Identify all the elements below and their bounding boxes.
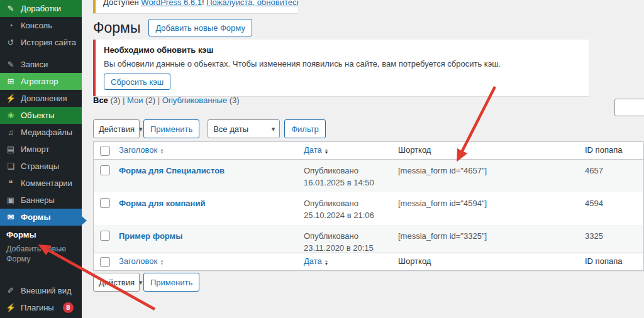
sidebar-item-plaginy[interactable]: ⚡ Плагины 8 — [0, 299, 82, 316]
row-status: Опубликовано — [304, 199, 358, 208]
current-menu-pointer — [82, 216, 87, 225]
table-row: Пример формы Опубликовано23.11.2020 в 20… — [94, 225, 643, 253]
sidebar-item-label: Плагины — [21, 303, 54, 312]
filter-separator: | — [123, 96, 125, 105]
form-title-link[interactable]: Форма для Специалистов — [119, 166, 225, 175]
sidebar-item-stranicy[interactable]: ❏ Страницы — [0, 158, 82, 175]
bulk-actions-select[interactable]: Действия ▾ — [93, 119, 140, 138]
sidebar-item-label: Объекты — [21, 111, 55, 120]
filter-mine-count: (2) — [145, 96, 155, 105]
row-status: Опубликовано — [304, 231, 358, 241]
database-icon: ▤ — [6, 145, 16, 154]
column-header-popup-id: ID попапа — [582, 145, 643, 156]
sidebar-item-label: Медиафайлы — [21, 128, 72, 137]
admin-sidebar: ✎ Доработки ◔ Консоль ↺ История сайта ✎ … — [0, 0, 82, 318]
plugins-update-badge: 8 — [63, 302, 74, 313]
cache-notice-body: Вы обновили данные о обьектах. Чтобы изм… — [104, 59, 580, 69]
dates-filter-label: Все даты — [213, 124, 248, 134]
filter-button[interactable]: Фильтр — [284, 119, 326, 138]
table-row: Форма для компаний Опубликовано25.10.202… — [94, 192, 643, 225]
pages-icon: ❏ — [6, 162, 16, 171]
plugin-icon: ⚡ — [6, 303, 16, 312]
bulk-actions-toolbar-bottom: Действия ▾ Применить — [93, 273, 199, 292]
wordpress-version-link[interactable]: WordPress 6.6.1 — [141, 0, 202, 7]
sidebar-item-import[interactable]: ▤ Импорт — [0, 141, 82, 158]
sidebar-item-vneshnij-vid[interactable]: ✐ Внешний вид — [0, 282, 82, 299]
reset-cache-button[interactable]: Сбросить кэш — [104, 74, 170, 90]
sidebar-item-dopolneniya[interactable]: ⚡ Дополнения — [0, 90, 82, 107]
row-checkbox[interactable] — [100, 198, 110, 208]
comment-icon: ❝ — [6, 178, 16, 188]
row-shortcode: [messia_form id="3325"] — [396, 225, 582, 243]
bulk-actions-label: Действия — [99, 278, 135, 287]
row-shortcode: [messia_form id="4594"] — [396, 192, 582, 210]
sidebar-item-label: Страницы — [21, 162, 59, 171]
search-input[interactable] — [614, 99, 644, 116]
row-checkbox[interactable] — [100, 231, 110, 241]
column-header-shortcode: Шорткод — [396, 256, 582, 268]
row-status: Опубликовано — [304, 166, 358, 175]
sidebar-item-dorabotki[interactable]: ✎ Доработки — [0, 0, 82, 17]
sidebar-item-agregator[interactable]: ⊞ Агрегатор — [0, 73, 82, 90]
row-date: 25.10.2024 в 21:06 — [304, 211, 374, 220]
column-header-title[interactable]: Заголовок▲▼ — [119, 256, 164, 268]
sidebar-item-label: Импорт — [21, 145, 49, 154]
sidebar-item-formy[interactable]: ✉ Формы — [0, 209, 82, 226]
page-title: Формы — [93, 19, 140, 36]
bulk-actions-select[interactable]: Действия ▾ — [93, 273, 140, 292]
sidebar-item-label: Агрегатор — [21, 77, 58, 86]
filter-published-link[interactable]: Опубликованные — [162, 96, 228, 105]
sidebar-item-label: Записи — [21, 60, 48, 69]
column-date-label: Дата — [304, 145, 322, 156]
bulk-actions-label: Действия — [99, 124, 135, 134]
admin-content: Доступен WordPress 6.6.1! Пожалуйста, об… — [82, 0, 644, 318]
sidebar-item-obekty[interactable]: ❀ Объекты — [0, 107, 82, 124]
form-title-link[interactable]: Пример формы — [119, 231, 182, 241]
row-date: 16.01.2025 в 14:50 — [304, 178, 374, 187]
dates-filter-select[interactable]: Все даты ▾ — [208, 119, 280, 138]
column-header-date[interactable]: Дата▲▼ — [304, 145, 328, 156]
table-row: Форма для Специалистов Опубликовано16.01… — [94, 160, 643, 192]
column-header-popup-id: ID попапа — [582, 256, 643, 268]
sidebar-item-kommentarii[interactable]: ❝ Комментарии — [0, 175, 82, 192]
sidebar-separator — [0, 272, 82, 282]
grid-icon: ⊞ — [6, 77, 16, 86]
row-checkbox[interactable] — [100, 165, 110, 175]
filter-all-link[interactable]: Все — [93, 96, 108, 105]
sidebar-item-bannery[interactable]: ▣ Баннеры — [0, 192, 82, 209]
sidebar-separator — [0, 51, 82, 56]
column-header-date[interactable]: Дата▲▼ — [304, 256, 328, 268]
row-popup-id: 3325 — [582, 225, 643, 243]
row-popup-id: 4657 — [582, 160, 643, 177]
sidebar-item-zapisi[interactable]: ✎ Записи — [0, 56, 82, 73]
form-title-link[interactable]: Форма для компаний — [119, 199, 205, 208]
column-date-label: Дата — [304, 256, 322, 268]
chevron-down-icon: ▾ — [139, 278, 143, 287]
filter-mine-link[interactable]: Мои — [127, 96, 143, 105]
select-all-checkbox[interactable] — [100, 146, 110, 156]
submenu-item-formy-current[interactable]: Формы — [6, 230, 77, 239]
row-popup-id: 4594 — [582, 192, 643, 210]
select-all-checkbox[interactable] — [100, 257, 110, 267]
sort-arrows-icon: ▲▼ — [325, 148, 328, 154]
plugin-icon: ⚡ — [6, 94, 16, 103]
row-date: 23.11.2020 в 20:15 — [304, 243, 374, 253]
column-header-title[interactable]: Заголовок▲▼ — [119, 145, 164, 156]
sidebar-item-istoriya-sajta[interactable]: ↺ История сайта — [0, 34, 82, 51]
sidebar-item-label: Баннеры — [21, 195, 55, 205]
sidebar-item-mediafajly[interactable]: ♫ Медиафайлы — [0, 124, 82, 141]
bulk-actions-toolbar-top: Действия ▾ Применить Все даты ▾ Фильтр — [93, 119, 326, 138]
chevron-down-icon: ▾ — [272, 125, 275, 133]
apply-button[interactable]: Применить — [143, 119, 199, 138]
table-header-row: Заголовок▲▼ Дата▲▼ Шорткод ID попапа — [94, 142, 643, 160]
column-header-shortcode: Шорткод — [396, 145, 582, 156]
banner-icon: ▣ — [6, 195, 16, 205]
sidebar-item-konsol[interactable]: ◔ Консоль — [0, 17, 82, 34]
apply-button[interactable]: Применить — [143, 273, 199, 292]
dashboard-icon: ◔ — [6, 21, 16, 30]
row-shortcode: [messia_form id="4657"] — [396, 160, 582, 177]
submenu-item-add-new-form[interactable]: Добавить новые Форму — [6, 244, 69, 265]
please-update-link[interactable]: Пожалуйста, обновитесь — [206, 0, 298, 7]
add-new-form-button[interactable]: Добавить новые Форму — [148, 19, 252, 36]
filter-published-count: (3) — [230, 96, 240, 105]
